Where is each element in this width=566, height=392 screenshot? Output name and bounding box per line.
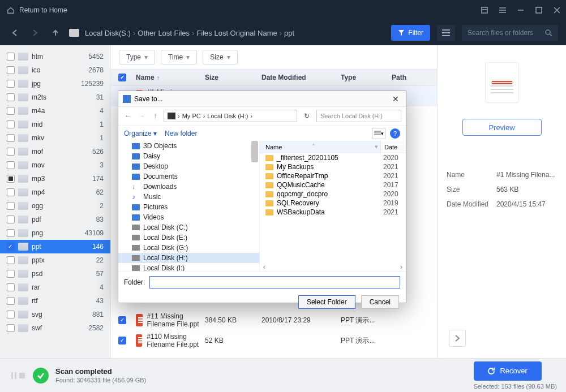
sidebar-item-mp4[interactable]: mp462 — [0, 186, 110, 199]
tree-scrollbar[interactable] — [251, 141, 258, 162]
folder-row[interactable]: OfficeRepairTmp2021 — [260, 171, 406, 180]
sidebar-item-mkv[interactable]: mkv1 — [0, 131, 110, 145]
return-home-link[interactable]: Return to Home — [19, 6, 67, 14]
checkbox[interactable] — [7, 202, 15, 210]
checkbox[interactable] — [7, 188, 15, 196]
folder-row[interactable]: SQLRecovery2019 — [260, 199, 406, 208]
sidebar-item-htm[interactable]: htm5452 — [0, 50, 110, 63]
hscroll-right-icon[interactable]: › — [397, 263, 406, 271]
hscroll-left-icon[interactable]: ‹ — [260, 263, 269, 271]
breadcrumb[interactable]: Local Disk(S:) ›Other Lost Files ›Files … — [69, 29, 294, 37]
dlg-path[interactable]: ›My PC ›Local Disk (H:)› — [164, 110, 297, 122]
tree-node[interactable]: Local Disk (I:) — [118, 263, 259, 271]
sidebar-item-pdf[interactable]: pdf83 — [0, 213, 110, 226]
sidebar-item-ogg[interactable]: ogg2 — [0, 199, 110, 213]
organize-menu[interactable]: Organize ▾ — [124, 130, 157, 137]
checkbox[interactable] — [7, 161, 15, 169]
sidebar-item-mid[interactable]: mid1 — [0, 118, 110, 131]
folder-row[interactable]: _filtertest_202011052020 — [260, 153, 406, 162]
checkbox[interactable] — [7, 120, 15, 128]
col-path[interactable]: Path — [392, 74, 437, 81]
folder-row[interactable]: My Backups2021 — [260, 162, 406, 171]
checkbox[interactable] — [7, 229, 15, 237]
sidebar-item-m4a[interactable]: m4a4 — [0, 104, 110, 118]
checkbox[interactable] — [7, 297, 15, 305]
folder-row[interactable]: WSBackupData2021 — [260, 208, 406, 217]
close-icon[interactable] — [548, 0, 566, 20]
table-row[interactable]: ✓#110 Missing Filename File.ppt52 KBPPT … — [111, 330, 437, 351]
sidebar-item-jpg[interactable]: jpg125239 — [0, 77, 110, 91]
sidebar-item-svg[interactable]: svg881 — [0, 308, 110, 321]
col-name[interactable]: Name↑ — [134, 74, 205, 81]
checkbox[interactable] — [7, 134, 15, 142]
sort-type[interactable]: Type▾ — [119, 50, 155, 64]
view-list-icon[interactable] — [437, 25, 455, 41]
next-file-button[interactable] — [449, 330, 466, 347]
tree-node[interactable]: Documents — [118, 171, 259, 182]
sidebar-item-mp3[interactable]: mp3174 — [0, 172, 110, 186]
new-folder-button[interactable]: New folder — [165, 130, 197, 137]
sidebar-item-ppt[interactable]: ppt146 — [0, 240, 110, 253]
back-icon[interactable] — [8, 26, 22, 40]
folder-name-input[interactable] — [149, 276, 400, 288]
row-checkbox[interactable]: ✓ — [118, 316, 126, 324]
checkbox[interactable] — [7, 311, 15, 318]
sidebar-item-ico[interactable]: ico2678 — [0, 63, 110, 77]
checkbox[interactable] — [7, 93, 15, 101]
checkbox[interactable] — [7, 256, 15, 264]
col-size[interactable]: Size — [205, 74, 261, 81]
dialog-close-button[interactable]: ✕ — [390, 94, 401, 104]
checkbox[interactable] — [7, 283, 15, 291]
checkbox[interactable] — [7, 53, 15, 61]
sidebar-item-swf[interactable]: swf2582 — [0, 321, 110, 335]
tree-node[interactable]: Desktop — [118, 161, 259, 171]
sidebar-item-m2ts[interactable]: m2ts31 — [0, 91, 110, 104]
dlg-back-icon[interactable]: ← — [123, 112, 133, 120]
cancel-button[interactable]: Cancel — [361, 295, 399, 309]
sort-size[interactable]: Size▾ — [203, 50, 237, 64]
col-date[interactable]: Date Modified — [261, 74, 341, 81]
checkbox[interactable] — [7, 66, 15, 74]
tree-node[interactable]: Local Disk (E:) — [118, 232, 259, 243]
folder-list[interactable]: Name˄▾ Date _filtertest_202011052020My B… — [260, 141, 406, 271]
tree-node[interactable]: 3D Objects — [118, 141, 259, 151]
tree-node[interactable]: Daisy — [118, 151, 259, 161]
sidebar-item-pptx[interactable]: pptx22 — [0, 253, 110, 267]
maximize-icon[interactable] — [530, 0, 548, 20]
checkbox[interactable] — [7, 270, 15, 278]
folder-row[interactable]: qqpcmgr_docpro2020 — [260, 189, 406, 199]
select-folder-button[interactable]: Select Folder — [298, 295, 355, 309]
folder-tree[interactable]: 3D ObjectsDaisyDesktopDocuments↓Download… — [118, 141, 260, 271]
sidebar-item-mof[interactable]: mof526 — [0, 145, 110, 158]
tree-node[interactable]: Videos — [118, 212, 259, 222]
filter-button[interactable]: Filter — [391, 25, 430, 41]
checkbox[interactable] — [7, 148, 15, 156]
sort-time[interactable]: Time▾ — [161, 50, 197, 64]
preview-button[interactable]: Preview — [462, 119, 542, 136]
checkbox[interactable] — [7, 80, 15, 88]
sidebar-item-mov[interactable]: mov3 — [0, 158, 110, 172]
window-layout-icon[interactable] — [475, 0, 494, 20]
tree-node[interactable]: ↓Downloads — [118, 182, 259, 192]
sidebar-item-rtf[interactable]: rtf43 — [0, 294, 110, 308]
refresh-icon[interactable]: ↻ — [301, 112, 313, 120]
help-icon[interactable]: ? — [390, 128, 400, 139]
home-icon[interactable] — [7, 6, 15, 14]
checkbox[interactable] — [7, 243, 15, 251]
row-checkbox[interactable]: ✓ — [118, 337, 126, 344]
folder-row[interactable]: QQMusicCache2017 — [260, 180, 406, 189]
dlg-search-input[interactable]: Search Local Disk (H:) — [316, 110, 401, 122]
recover-button[interactable]: Recover — [474, 361, 542, 381]
tree-node[interactable]: Local Disk (H:) — [118, 253, 259, 263]
minimize-icon[interactable] — [512, 0, 530, 20]
search-input[interactable]: Search files or folders — [462, 25, 558, 41]
menu-icon[interactable] — [494, 0, 512, 20]
checkbox[interactable] — [7, 216, 15, 223]
pause-stop-controls[interactable] — [11, 372, 25, 379]
tree-node[interactable]: Local Disk (G:) — [118, 243, 259, 253]
sidebar-item-psd[interactable]: psd57 — [0, 267, 110, 281]
col-type[interactable]: Type — [341, 74, 392, 81]
select-all-checkbox[interactable]: ✓ — [118, 74, 126, 81]
checkbox[interactable] — [7, 107, 15, 115]
checkbox[interactable] — [7, 324, 15, 332]
